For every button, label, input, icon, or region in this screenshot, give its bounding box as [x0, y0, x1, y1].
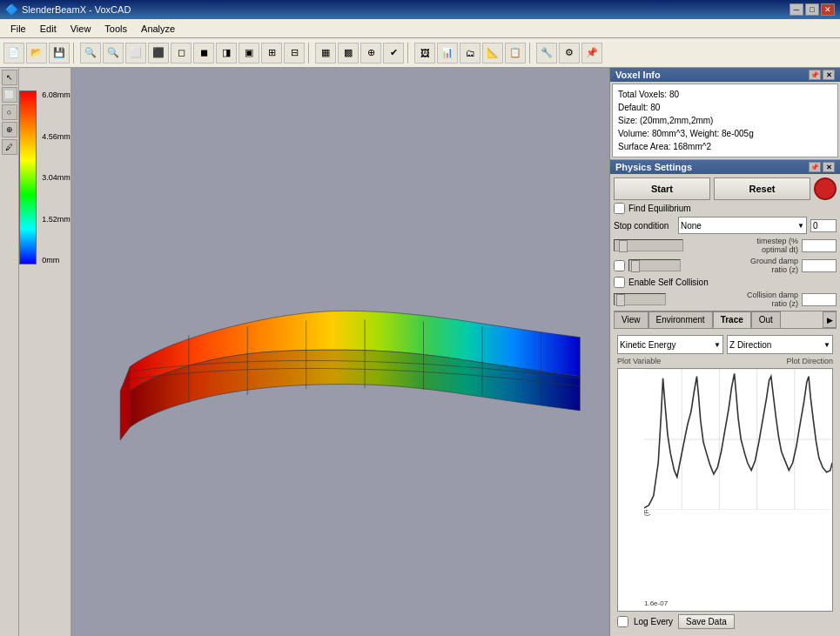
toolbar-new[interactable]: 📄	[3, 43, 24, 64]
stop-condition-dropdown[interactable]: None ▼	[678, 217, 807, 234]
maximize-button[interactable]: □	[805, 3, 819, 16]
toolbar-btn10[interactable]: ⊟	[284, 43, 305, 64]
physics-title: Physics Settings	[615, 162, 692, 172]
collision-damp-value[interactable]: 1	[802, 293, 837, 306]
find-equilibrium-checkbox[interactable]	[614, 203, 625, 214]
toolbar-sep3	[407, 43, 411, 64]
viewport-3d[interactable]	[71, 68, 609, 636]
toolbar-btn3[interactable]: ⬜	[125, 43, 146, 64]
find-equilibrium-row: Find Equilibrium	[614, 203, 837, 214]
toolbar-zoom-in[interactable]: 🔍	[80, 43, 101, 64]
toolbar-btn17[interactable]: 📋	[505, 43, 526, 64]
tool-paint[interactable]: 🖊	[2, 139, 17, 155]
toolbar-btn16[interactable]: 📐	[482, 43, 503, 64]
log-row: Log Every Save Data	[617, 614, 833, 629]
menu-edit[interactable]: Edit	[33, 22, 64, 36]
toolbar-btn11[interactable]: ▩	[338, 43, 359, 64]
start-button[interactable]: Start	[614, 177, 710, 200]
color-gradient	[19, 90, 37, 264]
close-button[interactable]: ✕	[821, 3, 835, 16]
trace-content: Kinetic Energy ▼ Z Direction ▼ Plot Vari…	[614, 331, 837, 633]
ground-damp-slider[interactable]	[628, 259, 681, 271]
collision-damp-row: Collision dampratio (z) 1	[614, 291, 837, 308]
toolbar-grid[interactable]: ▦	[315, 43, 336, 64]
chart-svg	[644, 369, 832, 510]
timestep-value[interactable]: 0.166	[802, 239, 837, 252]
stop-condition-row: Stop condition None ▼	[614, 217, 837, 234]
stop-condition-arrow: ▼	[797, 222, 804, 230]
toolbar-render[interactable]: 🖼	[414, 43, 435, 64]
find-equilibrium-label: Find Equilibrium	[628, 204, 691, 213]
ground-damp-handle	[631, 260, 640, 272]
toolbar-btn19[interactable]: ⚙	[559, 43, 580, 64]
tab-out[interactable]: Out	[751, 311, 781, 328]
plot-direction-value: Z Direction	[729, 340, 771, 350]
scale-labels: 6.08mm 4.56mm 3.04mm 1.52mm 0mm	[42, 90, 71, 264]
timestep-handle	[619, 240, 628, 252]
toolbar-save[interactable]: 💾	[49, 43, 70, 64]
toolbar-btn15[interactable]: 🗂	[460, 43, 480, 64]
toolbar-btn8[interactable]: ▣	[239, 43, 259, 64]
menu-view[interactable]: View	[64, 22, 98, 36]
timestep-slider[interactable]	[614, 239, 683, 251]
physics-pin[interactable]: 📌	[809, 162, 821, 172]
stop-condition-input[interactable]	[810, 219, 837, 232]
plot-variable-label: Plot Variable	[617, 357, 661, 365]
trace-tab-bar: View Environment Trace Out ▶	[614, 311, 837, 329]
tab-environment[interactable]: Environment	[648, 311, 713, 328]
toolbar-btn9[interactable]: ⊞	[261, 43, 282, 64]
reset-button[interactable]: Reset	[714, 177, 810, 200]
ground-damp-value[interactable]: 0	[802, 259, 837, 272]
toolbar-zoom-out[interactable]: 🔍	[103, 43, 124, 64]
toolbar-sep1	[73, 43, 77, 64]
sim-controls-row: Start Reset	[614, 177, 837, 200]
title-bar: 🔷 SlenderBeamX - VoxCAD ─ □ ✕	[0, 0, 840, 19]
tool-rect[interactable]: ⬜	[2, 87, 17, 103]
menu-file[interactable]: File	[3, 22, 33, 36]
plot-variable-dropdown[interactable]: Kinetic Energy ▼	[617, 335, 723, 354]
physics-controls: 📌 ✕	[809, 162, 835, 172]
plot-direction-dropdown[interactable]: Z Direction ▼	[727, 335, 833, 354]
voxel-info-close[interactable]: ✕	[823, 70, 835, 80]
menu-analyze[interactable]: Analyze	[134, 22, 182, 36]
voxel-info-panel: Voxel Info 📌 ✕ Total Voxels: 80 Default:…	[610, 68, 840, 160]
stop-condition-label: Stop condition	[614, 221, 675, 231]
app-icon: 🔷	[5, 3, 18, 16]
tab-next-button[interactable]: ▶	[823, 311, 837, 328]
surface-area: Surface Area: 168mm^2	[618, 140, 832, 153]
beam-svg	[71, 68, 609, 636]
minimize-button[interactable]: ─	[790, 3, 803, 16]
total-voxels: Total Voxels: 80	[618, 88, 832, 101]
toolbar-btn5[interactable]: ◻	[171, 43, 192, 64]
ground-damp-checkbox[interactable]	[614, 260, 625, 271]
default-voxels: Default: 80	[618, 101, 832, 114]
tool-select[interactable]: ⊕	[2, 122, 17, 137]
stop-button[interactable]	[814, 177, 837, 200]
toolbar-btn13[interactable]: ✔	[383, 43, 404, 64]
toolbar-btn7[interactable]: ◨	[216, 43, 237, 64]
tab-view[interactable]: View	[614, 311, 648, 328]
tab-trace[interactable]: Trace	[713, 311, 751, 328]
toolbar-btn14[interactable]: 📊	[437, 43, 458, 64]
toolbar-btn6[interactable]: ◼	[193, 43, 214, 64]
tool-circle[interactable]: ○	[2, 104, 17, 120]
toolbar-open[interactable]: 📂	[26, 43, 47, 64]
collision-damp-label: Collision dampratio (z)	[669, 291, 798, 308]
collision-damp-slider[interactable]	[614, 293, 666, 305]
title-bar-buttons: ─ □ ✕	[790, 3, 835, 16]
physics-content: Start Reset Find Equilibrium Stop condit…	[610, 174, 840, 636]
physics-header: Physics Settings 📌 ✕	[610, 160, 840, 174]
toolbar-btn12[interactable]: ⊕	[360, 43, 381, 64]
log-every-checkbox[interactable]	[617, 616, 628, 627]
menu-tools[interactable]: Tools	[97, 22, 134, 36]
color-scale-panel: 6.08mm 4.56mm 3.04mm 1.52mm 0mm	[19, 68, 71, 636]
physics-close[interactable]: ✕	[823, 162, 835, 172]
voxel-info-pin[interactable]: 📌	[809, 70, 821, 80]
toolbar-btn18[interactable]: 🔧	[536, 43, 557, 64]
toolbar-btn20[interactable]: 📌	[581, 43, 602, 64]
self-collision-checkbox[interactable]	[614, 277, 625, 288]
voxel-info-content: Total Voxels: 80 Default: 80 Size: (20mm…	[612, 84, 838, 157]
save-data-button[interactable]: Save Data	[678, 614, 735, 629]
tool-pointer[interactable]: ↖	[2, 70, 17, 85]
toolbar-btn4[interactable]: ⬛	[148, 43, 169, 64]
